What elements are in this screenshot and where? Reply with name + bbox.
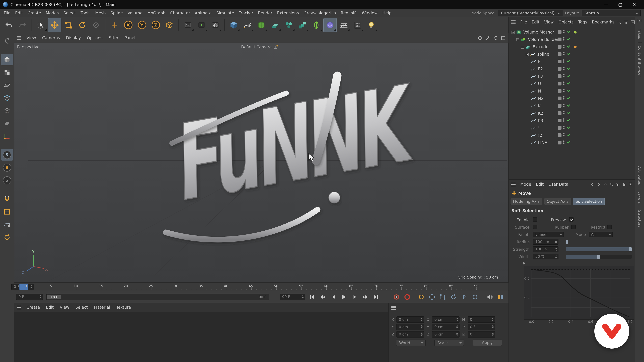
tree-item-letter-spline[interactable]: F3 <box>509 73 635 80</box>
layer-tag[interactable] <box>558 52 562 56</box>
size-x-field[interactable]: 0 cm <box>432 317 460 323</box>
viewport-panel-menu-icon[interactable] <box>17 36 21 40</box>
visibility-dots[interactable] <box>563 59 564 63</box>
layer-tag[interactable] <box>558 141 562 144</box>
attr-menu-mode[interactable]: Mode <box>518 181 533 188</box>
visibility-dots[interactable] <box>563 140 564 144</box>
visibility-dots[interactable] <box>563 74 564 77</box>
add-panel-icon[interactable] <box>630 20 635 24</box>
enabled-check-icon[interactable] <box>567 37 570 40</box>
om-menu-objects[interactable]: Objects <box>556 18 576 26</box>
collapse-icon[interactable] <box>521 45 524 48</box>
menu-simulate[interactable]: Simulate <box>214 9 236 16</box>
tree-item-letter-spline[interactable]: N2 <box>509 95 635 102</box>
tag-dot[interactable] <box>574 31 576 33</box>
render-view-button[interactable] <box>181 18 194 32</box>
frame-spinner[interactable] <box>30 285 32 289</box>
rot-h-spinner[interactable] <box>491 318 494 322</box>
end-frame-field[interactable]: 90 F <box>280 294 305 300</box>
dolly-view-icon[interactable] <box>485 35 490 40</box>
edit-render-settings-button[interactable] <box>209 18 222 32</box>
visibility-dots[interactable] <box>563 37 564 40</box>
model-mode-button[interactable] <box>1 54 13 65</box>
playback-options-button[interactable] <box>496 293 505 301</box>
tree-item-spline[interactable]: spline <box>509 51 635 58</box>
tree-item-volume-mesher[interactable]: Volume Mesher <box>509 28 635 36</box>
exclamation-dot[interactable] <box>328 192 340 203</box>
record-position-button[interactable] <box>427 293 436 301</box>
restrict-checkbox[interactable] <box>608 225 612 229</box>
section-title[interactable]: Soft Selection <box>509 206 635 214</box>
material-menu-view[interactable]: View <box>57 304 72 311</box>
enabled-check-icon[interactable] <box>567 140 570 144</box>
material-menu-create[interactable]: Create <box>24 304 42 311</box>
tree-item-letter-spline[interactable]: N <box>509 87 635 95</box>
keyframe-selection-button[interactable] <box>416 293 426 301</box>
radius-slider-handle[interactable] <box>566 240 568 244</box>
om-menu-edit[interactable]: Edit <box>530 18 542 26</box>
points-mode-button[interactable] <box>1 92 13 104</box>
start-frame-spinner[interactable] <box>39 295 42 299</box>
tree-item-letter-spline[interactable]: !2 <box>509 132 635 139</box>
menu-character[interactable]: Character <box>168 9 192 16</box>
menu-create[interactable]: Create <box>25 9 44 16</box>
menu-greyscalegorilla[interactable]: Greyscalegorilla <box>301 9 338 16</box>
tab-content-browser[interactable]: Content Browser <box>638 42 642 80</box>
matrix-button[interactable] <box>351 18 364 32</box>
enabled-check-icon[interactable] <box>567 59 570 62</box>
visibility-dots[interactable] <box>563 118 564 122</box>
record-scale-button[interactable] <box>438 293 447 301</box>
coordinates-panel-menu-icon[interactable] <box>392 306 396 310</box>
rot-p-field[interactable]: 0 ° <box>468 324 495 330</box>
tree-item-letter-spline[interactable]: ! <box>509 124 635 132</box>
record-active-objects-button[interactable] <box>392 293 401 301</box>
menu-redshift[interactable]: Redshift <box>338 9 360 16</box>
x-axis-lock-button[interactable]: X <box>122 18 135 32</box>
tab-layers[interactable]: Layers <box>638 189 642 207</box>
viewport-menu-cameras[interactable]: Cameras <box>40 34 63 41</box>
greyscalegorilla-hub-logo[interactable] <box>594 314 629 349</box>
visibility-dots[interactable] <box>563 89 564 92</box>
tab-takes[interactable]: Takes <box>638 26 642 42</box>
curve-expander[interactable] <box>509 260 635 266</box>
menu-volume[interactable]: Volume <box>125 9 145 16</box>
history-back-icon[interactable] <box>590 182 594 186</box>
om-menu-file[interactable]: File <box>518 18 529 26</box>
menu-render[interactable]: Render <box>256 9 275 16</box>
new-panel-icon[interactable] <box>628 182 632 186</box>
rubber-checkbox[interactable] <box>571 225 576 229</box>
size-z-spinner[interactable] <box>456 333 458 337</box>
pos-z-spinner[interactable] <box>420 333 423 337</box>
menu-modes[interactable]: Modes <box>43 9 61 16</box>
move-tool-button[interactable] <box>48 18 62 32</box>
history-forward-icon[interactable] <box>597 182 601 186</box>
camera-label-group[interactable]: Default Camera <box>241 44 278 49</box>
pos-y-spinner[interactable] <box>420 325 423 330</box>
menu-mesh[interactable]: Mesh <box>93 9 108 16</box>
record-pla-button[interactable] <box>470 293 479 301</box>
width-slider[interactable] <box>566 255 632 259</box>
tree-item-letter-spline[interactable]: U <box>509 80 635 87</box>
z-axis-lock-button[interactable]: Z <box>149 18 162 32</box>
cloner-button[interactable] <box>282 18 296 32</box>
rot-p-spinner[interactable] <box>491 325 494 330</box>
layer-tag[interactable] <box>558 45 562 49</box>
visibility-dots[interactable] <box>563 44 564 48</box>
enabled-check-icon[interactable] <box>567 81 570 85</box>
tab-structure[interactable]: Structure <box>638 207 642 231</box>
layout-dropdown[interactable]: Startup <box>582 9 641 16</box>
menu-animate[interactable]: Animate <box>192 9 214 16</box>
visibility-dots[interactable] <box>563 111 564 114</box>
polygons-mode-button[interactable] <box>1 118 13 129</box>
play-sounds-button[interactable] <box>485 293 494 301</box>
enabled-check-icon[interactable] <box>567 74 570 77</box>
workplane-lock-button[interactable] <box>1 219 13 230</box>
make-editable-button[interactable] <box>1 35 13 46</box>
texture-mode-button[interactable] <box>1 67 13 78</box>
rotate-view-icon[interactable] <box>493 35 498 40</box>
play-button[interactable] <box>340 293 348 301</box>
layer-tag[interactable] <box>558 133 562 137</box>
toggle-panel-layout-icon[interactable] <box>501 35 506 40</box>
enabled-check-icon[interactable] <box>567 125 570 129</box>
enabled-check-icon[interactable] <box>567 111 570 114</box>
